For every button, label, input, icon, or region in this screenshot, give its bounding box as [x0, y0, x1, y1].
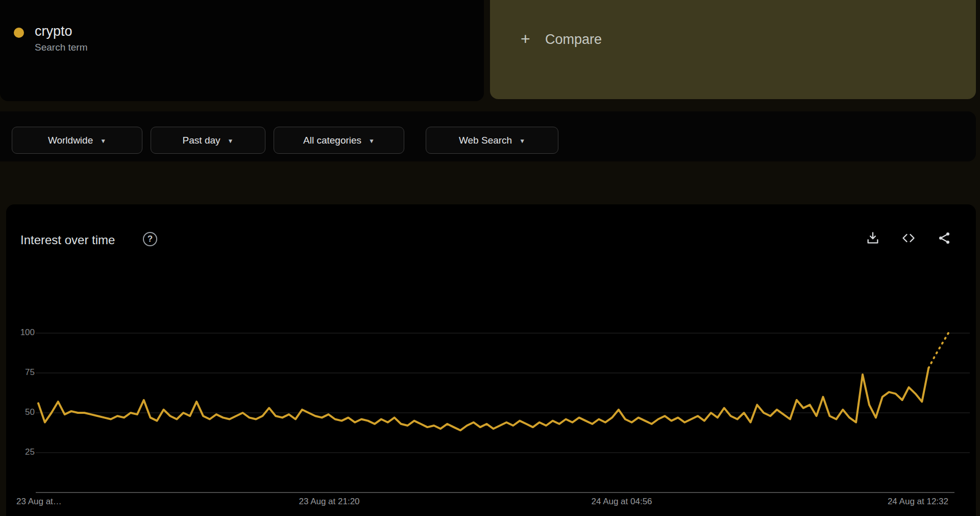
filter-time-range-dropdown[interactable]: Past day ▼: [151, 127, 265, 154]
filter-bar: Worldwide ▼ Past day ▼ All categories ▼ …: [0, 111, 976, 161]
filter-search-type-dropdown[interactable]: Web Search ▼: [426, 127, 558, 154]
chevron-down-icon: ▼: [228, 137, 234, 145]
filter-region-dropdown[interactable]: Worldwide ▼: [12, 127, 142, 154]
search-term-label: crypto: [35, 24, 72, 39]
chart-title: Interest over time: [20, 233, 115, 247]
share-icon[interactable]: [937, 231, 951, 245]
filter-region-label: Worldwide: [48, 135, 93, 146]
download-icon[interactable]: [866, 231, 880, 245]
x-axis-tick-0456: 24 Aug at 04:56: [581, 497, 663, 507]
search-term-card[interactable]: crypto Search term: [0, 0, 484, 101]
x-axis-tick-1232: 24 Aug at 12:32: [867, 497, 948, 507]
interest-line-chart[interactable]: [6, 322, 976, 501]
chevron-down-icon: ▼: [519, 137, 525, 145]
series-color-dot: [14, 28, 24, 38]
compare-label: Compare: [545, 32, 602, 48]
x-axis-tick-start: 23 Aug at…: [16, 497, 62, 507]
x-axis-tick-2120: 23 Aug at 21:20: [288, 497, 370, 507]
chevron-down-icon: ▼: [100, 137, 106, 145]
plus-icon: +: [521, 30, 530, 48]
filter-time-range-label: Past day: [183, 135, 220, 146]
help-icon[interactable]: ?: [143, 232, 157, 246]
filter-category-label: All categories: [303, 135, 361, 146]
interest-over-time-card: Interest over time ? 100 75 50 25 23 Aug…: [6, 204, 976, 516]
chevron-down-icon: ▼: [369, 137, 375, 145]
compare-add-card[interactable]: + Compare: [490, 0, 976, 99]
embed-icon[interactable]: [901, 231, 916, 245]
chart-actions: [866, 231, 951, 245]
filter-category-dropdown[interactable]: All categories ▼: [274, 127, 404, 154]
filter-search-type-label: Web Search: [459, 135, 512, 146]
search-term-subtitle: Search term: [35, 42, 87, 53]
